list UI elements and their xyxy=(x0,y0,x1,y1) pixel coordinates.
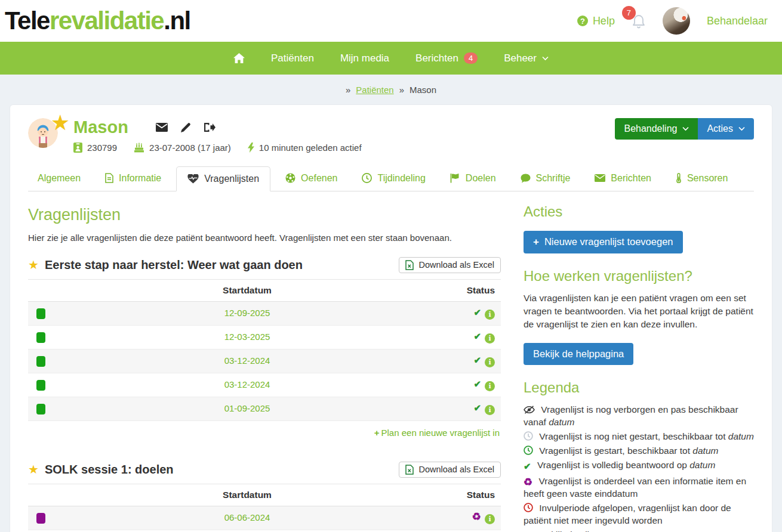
comment-icon xyxy=(521,174,531,183)
nav-item-berichten[interactable]: Berichten 4 xyxy=(415,52,478,64)
logo-part-black: Tele xyxy=(5,7,50,35)
legend-item: Vragenlijst is gestart, beschikbaar tot … xyxy=(524,444,754,457)
table-row[interactable]: 03-12-2024 ✔i xyxy=(28,373,501,397)
top-header: Telerevalidatie.nl ? Help 7 Behandelaar xyxy=(0,0,782,42)
chevron-down-icon xyxy=(682,126,689,131)
clock-red-icon xyxy=(524,503,533,512)
legend-item: Vragenlijst is nog niet gestart, beschik… xyxy=(524,430,754,443)
legend-item: ✔ Vragenlijst is volledig beantwoord op … xyxy=(524,459,754,472)
nav-item-beheer[interactable]: Beheer xyxy=(504,52,549,64)
download-excel-button[interactable]: Download als Excel xyxy=(399,462,501,478)
edit-pencil-icon[interactable] xyxy=(181,122,191,132)
questionnaire-date-link[interactable]: 06-06-2024 xyxy=(224,512,270,522)
info-icon[interactable]: i xyxy=(485,357,495,367)
patient-name: Mason xyxy=(73,118,128,137)
info-icon[interactable]: i xyxy=(485,310,495,320)
tab-algemeen[interactable]: Algemeen xyxy=(28,166,90,191)
info-icon[interactable]: i xyxy=(485,333,495,344)
add-questionnaire-button[interactable]: + Nieuwe vragenlijst toevoegen xyxy=(524,231,683,253)
notifications-bell[interactable]: 7 xyxy=(632,13,646,29)
questionnaire-date-link[interactable]: 03-12-2024 xyxy=(224,355,270,366)
questionnaire-date-link[interactable]: 12-03-2025 xyxy=(224,332,270,342)
table-row[interactable]: 01-09-2025 ✔i xyxy=(28,397,501,420)
nav-item-patienten[interactable]: Patiënten xyxy=(271,52,314,64)
messages-count-badge: 4 xyxy=(464,52,478,64)
view-help-page-button[interactable]: Bekijk de helppagina xyxy=(524,343,633,365)
star-icon: ★ xyxy=(28,258,39,272)
id-card-icon xyxy=(73,143,82,153)
star-icon: ★ xyxy=(28,462,39,477)
questionnaires-panel: Vragenlijsten Hier zie je alle vragenlij… xyxy=(28,201,501,532)
patient-birthdate: 23-07-2008 (17 jaar) xyxy=(134,143,231,153)
tab-informatie[interactable]: Informatie xyxy=(96,166,171,191)
questionnaire-section-2: ★ SOLK sessie 1: doelen Download als Exc… xyxy=(28,462,501,530)
questionnaire-date-link[interactable]: 03-12-2024 xyxy=(224,379,270,389)
questionnaire-marker xyxy=(36,513,45,524)
clock-gray-icon xyxy=(524,431,533,441)
main-nav: Patiënten Mijn media Berichten 4 Beheer xyxy=(0,42,782,75)
questionnaire-date-link[interactable]: 12-09-2025 xyxy=(224,308,270,318)
user-avatar[interactable] xyxy=(663,7,690,35)
question-circle-icon: ? xyxy=(577,16,588,26)
tab-doelen[interactable]: Doelen xyxy=(441,166,506,191)
column-startdatum: Startdatum xyxy=(59,484,435,506)
info-icon[interactable]: i xyxy=(485,405,495,415)
sidebar-actions-title: Acties xyxy=(524,203,754,220)
info-icon[interactable]: i xyxy=(485,514,495,524)
tab-tijdindeling[interactable]: Tijdindeling xyxy=(352,166,435,191)
envelope-icon xyxy=(595,174,605,182)
breadcrumb-patienten-link[interactable]: Patiënten xyxy=(356,85,393,95)
nav-home[interactable] xyxy=(233,53,245,63)
legend-item: ♻ Vragenlijst is onderdeel van een infor… xyxy=(524,475,754,500)
table-row[interactable]: 12-09-2025 ✔i xyxy=(28,301,501,325)
questionnaire-marker xyxy=(36,332,45,343)
acties-button[interactable]: Acties xyxy=(698,118,754,140)
info-icon[interactable]: i xyxy=(485,381,495,391)
tab-vragenlijsten[interactable]: Vragenlijsten xyxy=(176,166,270,191)
tab-berichten[interactable]: Berichten xyxy=(585,166,661,191)
questionnaire-table: Startdatum Status 06-06-2024 ♻i xyxy=(28,484,501,530)
section-title: SOLK sessie 1: doelen xyxy=(45,463,399,477)
send-message-icon[interactable] xyxy=(156,123,168,132)
column-status: Status xyxy=(435,484,501,506)
document-icon xyxy=(105,173,113,183)
logo[interactable]: Telerevalidatie.nl xyxy=(5,8,190,33)
help-link[interactable]: ? Help xyxy=(577,15,615,27)
thermometer-icon xyxy=(676,173,682,183)
patient-card: ★ Mason xyxy=(10,104,772,532)
patient-last-active: 10 minuten geleden actief xyxy=(248,143,362,153)
legend: Vragenlijst is nog verborgen en pas besc… xyxy=(524,403,754,532)
help-label: Help xyxy=(593,15,615,27)
tab-schriftje[interactable]: Schriftje xyxy=(511,166,580,191)
download-excel-button[interactable]: Download als Excel xyxy=(399,257,501,273)
bolt-icon xyxy=(248,143,254,153)
clock-green-icon xyxy=(524,446,533,455)
tab-oefenen[interactable]: Oefenen xyxy=(276,166,347,191)
sign-out-icon[interactable] xyxy=(204,122,215,132)
plan-new-questionnaire-link[interactable]: +Plan een nieuwe vragenlijst in xyxy=(28,428,500,438)
status-answered-icon: ✔ xyxy=(473,331,481,341)
nav-item-mijn-media[interactable]: Mijn media xyxy=(340,52,389,64)
sidebar-legend-title: Legenda xyxy=(524,379,754,396)
eye-slash-icon xyxy=(524,406,535,414)
legend-item: i Bekijk details xyxy=(524,528,754,532)
sidebar: Acties + Nieuwe vragenlijst toevoegen Ho… xyxy=(524,201,754,532)
section-title: Eerste stap naar herstel: Weer wat gaan … xyxy=(45,258,399,272)
tab-sensoren[interactable]: Sensoren xyxy=(666,166,738,191)
excel-file-icon xyxy=(405,465,414,475)
clock-icon xyxy=(362,173,372,183)
column-startdatum: Startdatum xyxy=(59,280,435,302)
table-row[interactable]: 03-12-2024 ✔i xyxy=(28,349,501,373)
status-info-item-icon: ♻ xyxy=(472,512,481,523)
user-role-label: Behandelaar xyxy=(707,15,768,27)
breadcrumb-separator: » xyxy=(346,85,350,95)
table-row[interactable]: 12-03-2025 ✔i xyxy=(28,325,501,349)
logo-part-nl: .nl xyxy=(164,7,190,35)
page-title: Vragenlijsten xyxy=(28,206,501,224)
questionnaire-date-link[interactable]: 01-09-2025 xyxy=(224,403,270,413)
excel-file-icon xyxy=(405,260,414,270)
table-row[interactable]: 06-06-2024 ♻i xyxy=(28,506,501,530)
questionnaire-section-1: ★ Eerste stap naar herstel: Weer wat gaa… xyxy=(28,257,501,438)
behandeling-button[interactable]: Behandeling xyxy=(615,118,698,140)
questionnaire-marker xyxy=(36,308,45,319)
